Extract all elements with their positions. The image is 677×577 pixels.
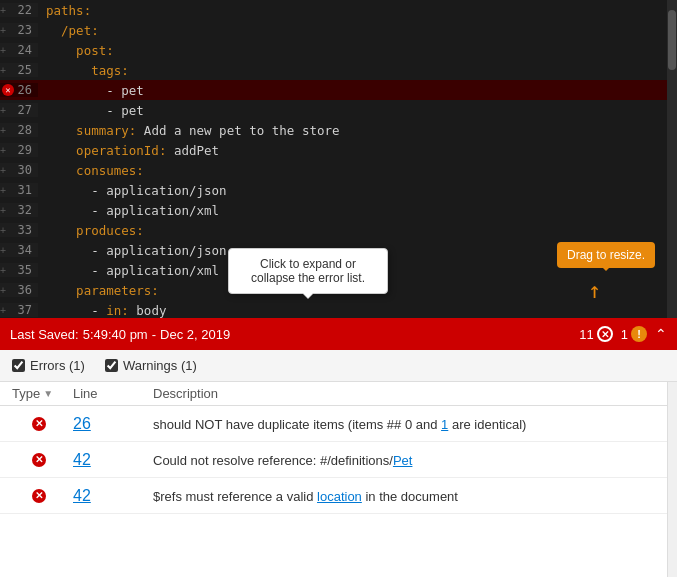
code-line-33: + 33 produces:: [0, 220, 677, 240]
editor-scrollbar[interactable]: [667, 0, 677, 318]
add-icon-31: +: [0, 185, 6, 196]
error-type-3: ✕: [0, 489, 65, 503]
panel-header: Errors (1) Warnings (1): [0, 350, 677, 382]
collapse-panel-icon[interactable]: ⌃: [655, 326, 667, 342]
error-row-3: ✕ 42 $refs must reference a valid locati…: [0, 478, 667, 514]
code-line-26: ✕ 26 - pet: [0, 80, 677, 100]
error-desc-link-2[interactable]: Pet: [393, 453, 413, 468]
add-icon-32: +: [0, 205, 6, 216]
line-content-27: - pet: [38, 103, 677, 118]
line-number-31: 31: [18, 183, 32, 197]
error-desc-3: $refs must reference a valid location in…: [145, 487, 667, 505]
line-content-29: operationId: addPet: [38, 143, 677, 158]
error-row-1: ✕ 26 should NOT have duplicate items (it…: [0, 406, 667, 442]
error-symbol-2: ✕: [32, 453, 46, 467]
line-gutter-28: + 28: [0, 123, 38, 137]
sort-arrow-type: ▼: [43, 388, 53, 399]
error-desc-text-3: $refs must reference a valid location in…: [153, 489, 458, 504]
error-line-num-2[interactable]: 42: [73, 451, 91, 468]
line-number-34: 34: [18, 243, 32, 257]
line-content-28: summary: Add a new pet to the store: [38, 123, 677, 138]
add-icon-34: +: [0, 245, 6, 256]
line-number-37: 37: [18, 303, 32, 317]
error-line-3[interactable]: 42: [65, 487, 145, 505]
error-dot-26: ✕: [2, 84, 14, 96]
warnings-checkbox[interactable]: [105, 359, 118, 372]
line-gutter-29: + 29: [0, 143, 38, 157]
status-bar: Last Saved: 5:49:40 pm - Dec 2, 2019 11 …: [0, 318, 677, 350]
code-line-29: + 29 operationId: addPet: [0, 140, 677, 160]
line-content-33: produces:: [38, 223, 677, 238]
panel-scrollbar[interactable]: [667, 382, 677, 577]
warning-count-display[interactable]: 1 !: [621, 326, 647, 342]
code-line-30: + 30 consumes:: [0, 160, 677, 180]
add-icon-23: +: [0, 25, 6, 36]
column-header-type[interactable]: Type ▼: [0, 386, 65, 401]
error-line-2[interactable]: 42: [65, 451, 145, 469]
line-gutter-30: + 30: [0, 163, 38, 177]
add-icon-33: +: [0, 225, 6, 236]
warnings-label: Warnings (1): [123, 358, 197, 373]
saved-date: Dec 2, 2019: [160, 327, 230, 342]
line-number-36: 36: [18, 283, 32, 297]
code-line-28: + 28 summary: Add a new pet to the store: [0, 120, 677, 140]
line-content-23: /pet:: [38, 23, 677, 38]
warning-icon: !: [631, 326, 647, 342]
error-count-display[interactable]: 11 ✕: [579, 326, 612, 342]
error-desc-link-3[interactable]: location: [317, 489, 362, 504]
line-gutter-35: + 35: [0, 263, 38, 277]
error-desc-1: should NOT have duplicate items (items #…: [145, 415, 667, 433]
line-number-25: 25: [18, 63, 32, 77]
desc-column-label: Description: [153, 386, 218, 401]
type-column-label: Type: [12, 386, 40, 401]
line-gutter-25: + 25: [0, 63, 38, 77]
error-symbol-1: ✕: [32, 417, 46, 431]
code-line-27: + 27 - pet: [0, 100, 677, 120]
line-number-33: 33: [18, 223, 32, 237]
line-number-22: 22: [18, 3, 32, 17]
code-line-24: + 24 post:: [0, 40, 677, 60]
code-editor: + 22 paths: + 23 /pet: + 24 post: +: [0, 0, 677, 318]
resize-tooltip-text: Drag to resize.: [567, 248, 645, 262]
column-header-line: Line: [65, 386, 145, 401]
line-content-31: - application/json: [38, 183, 677, 198]
status-separator: -: [152, 327, 156, 342]
panel-body: Type ▼ Line Description ✕ 26: [0, 382, 677, 577]
editor-scrollbar-thumb[interactable]: [668, 10, 676, 70]
table-header: Type ▼ Line Description: [0, 382, 667, 406]
errors-checkbox[interactable]: [12, 359, 25, 372]
error-type-2: ✕: [0, 453, 65, 467]
line-number-30: 30: [18, 163, 32, 177]
panel-content: Type ▼ Line Description ✕ 26: [0, 382, 667, 577]
error-line-num-1[interactable]: 26: [73, 415, 91, 432]
line-gutter-32: + 32: [0, 203, 38, 217]
line-content-25: tags:: [38, 63, 677, 78]
error-line-num-3[interactable]: 42: [73, 487, 91, 504]
line-gutter-33: + 33: [0, 223, 38, 237]
line-number-32: 32: [18, 203, 32, 217]
error-line-1[interactable]: 26: [65, 415, 145, 433]
line-number-23: 23: [18, 23, 32, 37]
expand-tooltip[interactable]: Click to expand or collapse the error li…: [228, 248, 388, 294]
line-gutter-23: + 23: [0, 23, 38, 37]
errors-checkbox-label[interactable]: Errors (1): [12, 358, 85, 373]
resize-tooltip[interactable]: Drag to resize.: [557, 242, 655, 268]
line-content-30: consumes:: [38, 163, 677, 178]
line-number-27: 27: [18, 103, 32, 117]
last-saved-label: Last Saved:: [10, 327, 79, 342]
line-gutter-27: + 27: [0, 103, 38, 117]
error-symbol-3: ✕: [32, 489, 46, 503]
errors-label: Errors (1): [30, 358, 85, 373]
code-line-22: + 22 paths:: [0, 0, 677, 20]
line-gutter-37: + 37: [0, 303, 38, 317]
line-content-37: - in: body: [38, 303, 677, 318]
line-gutter-24: + 24: [0, 43, 38, 57]
line-gutter-31: + 31: [0, 183, 38, 197]
error-desc-2: Could not resolve reference: #/definitio…: [145, 451, 667, 469]
error-row-2: ✕ 42 Could not resolve reference: #/defi…: [0, 442, 667, 478]
line-number-28: 28: [18, 123, 32, 137]
error-desc-link-1[interactable]: 1: [441, 417, 448, 432]
add-icon-37: +: [0, 305, 6, 316]
add-icon-28: +: [0, 125, 6, 136]
warnings-checkbox-label[interactable]: Warnings (1): [105, 358, 197, 373]
